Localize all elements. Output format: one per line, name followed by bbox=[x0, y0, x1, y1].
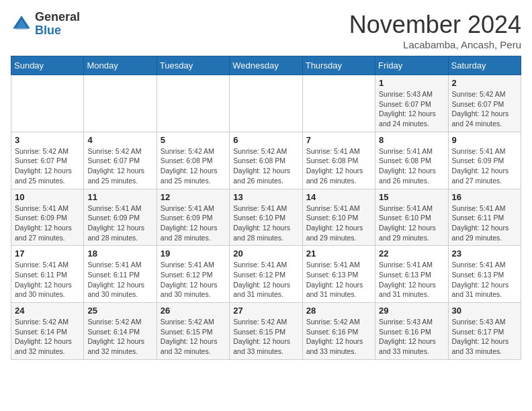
calendar-cell: 25Sunrise: 5:42 AM Sunset: 6:14 PM Dayli… bbox=[84, 303, 157, 360]
day-number: 3 bbox=[15, 135, 80, 145]
calendar-cell: 4Sunrise: 5:42 AM Sunset: 6:07 PM Daylig… bbox=[84, 132, 157, 189]
day-number: 16 bbox=[452, 192, 517, 202]
calendar-week-row: 24Sunrise: 5:42 AM Sunset: 6:14 PM Dayli… bbox=[11, 303, 521, 360]
calendar-cell bbox=[11, 75, 84, 132]
day-info: Sunrise: 5:41 AM Sunset: 6:10 PM Dayligh… bbox=[233, 203, 298, 243]
day-number: 17 bbox=[15, 248, 80, 259]
logo-text: General Blue bbox=[35, 11, 80, 38]
day-info: Sunrise: 5:43 AM Sunset: 6:16 PM Dayligh… bbox=[379, 317, 444, 357]
calendar-cell: 3Sunrise: 5:42 AM Sunset: 6:07 PM Daylig… bbox=[11, 132, 84, 189]
day-number: 26 bbox=[161, 306, 226, 316]
weekday-header: Saturday bbox=[448, 56, 521, 75]
weekday-header: Sunday bbox=[11, 56, 84, 75]
calendar-cell: 15Sunrise: 5:41 AM Sunset: 6:10 PM Dayli… bbox=[375, 189, 448, 246]
calendar-cell bbox=[230, 75, 302, 132]
calendar-cell: 30Sunrise: 5:43 AM Sunset: 6:17 PM Dayli… bbox=[448, 303, 521, 360]
day-number: 25 bbox=[87, 306, 152, 316]
calendar-cell: 24Sunrise: 5:42 AM Sunset: 6:14 PM Dayli… bbox=[11, 303, 84, 360]
page-header: General Blue November 2024 Lacabamba, An… bbox=[11, 11, 521, 50]
day-number: 12 bbox=[161, 192, 226, 202]
weekday-header: Tuesday bbox=[157, 56, 229, 75]
day-info: Sunrise: 5:41 AM Sunset: 6:12 PM Dayligh… bbox=[161, 260, 226, 300]
calendar-cell: 26Sunrise: 5:42 AM Sunset: 6:15 PM Dayli… bbox=[157, 303, 229, 360]
day-number: 18 bbox=[87, 248, 152, 259]
calendar-cell: 29Sunrise: 5:43 AM Sunset: 6:16 PM Dayli… bbox=[375, 303, 448, 360]
day-info: Sunrise: 5:41 AM Sunset: 6:10 PM Dayligh… bbox=[379, 203, 444, 243]
day-info: Sunrise: 5:41 AM Sunset: 6:11 PM Dayligh… bbox=[452, 203, 517, 243]
day-info: Sunrise: 5:42 AM Sunset: 6:14 PM Dayligh… bbox=[15, 317, 80, 357]
calendar-cell: 13Sunrise: 5:41 AM Sunset: 6:10 PM Dayli… bbox=[230, 189, 302, 246]
day-number: 30 bbox=[452, 306, 517, 316]
day-info: Sunrise: 5:41 AM Sunset: 6:11 PM Dayligh… bbox=[87, 260, 152, 300]
day-number: 28 bbox=[306, 306, 371, 316]
calendar-week-row: 1Sunrise: 5:43 AM Sunset: 6:07 PM Daylig… bbox=[11, 75, 521, 132]
day-info: Sunrise: 5:41 AM Sunset: 6:08 PM Dayligh… bbox=[306, 146, 371, 186]
calendar-cell: 10Sunrise: 5:41 AM Sunset: 6:09 PM Dayli… bbox=[11, 189, 84, 246]
day-info: Sunrise: 5:42 AM Sunset: 6:16 PM Dayligh… bbox=[306, 317, 371, 357]
day-info: Sunrise: 5:43 AM Sunset: 6:07 PM Dayligh… bbox=[379, 89, 444, 129]
day-number: 14 bbox=[306, 192, 371, 202]
day-info: Sunrise: 5:42 AM Sunset: 6:07 PM Dayligh… bbox=[15, 146, 80, 186]
day-info: Sunrise: 5:42 AM Sunset: 6:08 PM Dayligh… bbox=[161, 146, 226, 186]
calendar-cell: 28Sunrise: 5:42 AM Sunset: 6:16 PM Dayli… bbox=[302, 303, 375, 360]
calendar-cell bbox=[302, 75, 375, 132]
day-info: Sunrise: 5:42 AM Sunset: 6:07 PM Dayligh… bbox=[87, 146, 152, 186]
day-number: 29 bbox=[379, 306, 444, 316]
weekday-header: Monday bbox=[84, 56, 157, 75]
logo-general: General bbox=[35, 10, 80, 24]
day-info: Sunrise: 5:41 AM Sunset: 6:11 PM Dayligh… bbox=[15, 260, 80, 300]
calendar-cell: 8Sunrise: 5:41 AM Sunset: 6:08 PM Daylig… bbox=[375, 132, 448, 189]
calendar-cell: 2Sunrise: 5:42 AM Sunset: 6:07 PM Daylig… bbox=[448, 75, 521, 132]
calendar-cell: 16Sunrise: 5:41 AM Sunset: 6:11 PM Dayli… bbox=[448, 189, 521, 246]
day-number: 10 bbox=[15, 192, 80, 202]
calendar-cell bbox=[157, 75, 229, 132]
calendar-cell: 22Sunrise: 5:41 AM Sunset: 6:13 PM Dayli… bbox=[375, 246, 448, 303]
day-info: Sunrise: 5:41 AM Sunset: 6:09 PM Dayligh… bbox=[87, 203, 152, 243]
day-number: 4 bbox=[87, 135, 152, 145]
logo-icon bbox=[11, 13, 32, 35]
day-number: 1 bbox=[379, 78, 444, 88]
day-number: 22 bbox=[379, 248, 444, 259]
calendar-cell: 14Sunrise: 5:41 AM Sunset: 6:10 PM Dayli… bbox=[302, 189, 375, 246]
day-info: Sunrise: 5:42 AM Sunset: 6:15 PM Dayligh… bbox=[161, 317, 226, 357]
calendar-cell: 20Sunrise: 5:41 AM Sunset: 6:12 PM Dayli… bbox=[230, 246, 302, 303]
calendar-cell: 6Sunrise: 5:42 AM Sunset: 6:08 PM Daylig… bbox=[230, 132, 302, 189]
calendar-cell: 17Sunrise: 5:41 AM Sunset: 6:11 PM Dayli… bbox=[11, 246, 84, 303]
day-number: 2 bbox=[452, 78, 517, 88]
day-info: Sunrise: 5:41 AM Sunset: 6:08 PM Dayligh… bbox=[379, 146, 444, 186]
weekday-header-row: SundayMondayTuesdayWednesdayThursdayFrid… bbox=[11, 56, 521, 75]
calendar-cell bbox=[84, 75, 157, 132]
day-info: Sunrise: 5:42 AM Sunset: 6:08 PM Dayligh… bbox=[233, 146, 298, 186]
calendar-cell: 21Sunrise: 5:41 AM Sunset: 6:13 PM Dayli… bbox=[302, 246, 375, 303]
day-number: 13 bbox=[233, 192, 298, 202]
day-number: 6 bbox=[233, 135, 298, 145]
calendar-table: SundayMondayTuesdayWednesdayThursdayFrid… bbox=[11, 56, 521, 360]
day-number: 11 bbox=[87, 192, 152, 202]
calendar-cell: 7Sunrise: 5:41 AM Sunset: 6:08 PM Daylig… bbox=[302, 132, 375, 189]
day-number: 19 bbox=[161, 248, 226, 259]
day-number: 20 bbox=[233, 248, 298, 259]
calendar-cell: 27Sunrise: 5:42 AM Sunset: 6:15 PM Dayli… bbox=[230, 303, 302, 360]
calendar-cell: 18Sunrise: 5:41 AM Sunset: 6:11 PM Dayli… bbox=[84, 246, 157, 303]
location-subtitle: Lacabamba, Ancash, Peru bbox=[349, 39, 521, 50]
day-number: 7 bbox=[306, 135, 371, 145]
calendar-week-row: 3Sunrise: 5:42 AM Sunset: 6:07 PM Daylig… bbox=[11, 132, 521, 189]
day-info: Sunrise: 5:41 AM Sunset: 6:13 PM Dayligh… bbox=[379, 260, 444, 300]
calendar-week-row: 17Sunrise: 5:41 AM Sunset: 6:11 PM Dayli… bbox=[11, 246, 521, 303]
day-number: 5 bbox=[161, 135, 226, 145]
calendar-cell: 19Sunrise: 5:41 AM Sunset: 6:12 PM Dayli… bbox=[157, 246, 229, 303]
weekday-header: Friday bbox=[375, 56, 448, 75]
calendar-cell: 1Sunrise: 5:43 AM Sunset: 6:07 PM Daylig… bbox=[375, 75, 448, 132]
day-info: Sunrise: 5:41 AM Sunset: 6:09 PM Dayligh… bbox=[15, 203, 80, 243]
calendar-cell: 11Sunrise: 5:41 AM Sunset: 6:09 PM Dayli… bbox=[84, 189, 157, 246]
day-info: Sunrise: 5:41 AM Sunset: 6:09 PM Dayligh… bbox=[161, 203, 226, 243]
day-info: Sunrise: 5:41 AM Sunset: 6:13 PM Dayligh… bbox=[306, 260, 371, 300]
calendar-week-row: 10Sunrise: 5:41 AM Sunset: 6:09 PM Dayli… bbox=[11, 189, 521, 246]
logo-blue: Blue bbox=[35, 24, 61, 37]
calendar-cell: 5Sunrise: 5:42 AM Sunset: 6:08 PM Daylig… bbox=[157, 132, 229, 189]
day-info: Sunrise: 5:41 AM Sunset: 6:13 PM Dayligh… bbox=[452, 260, 517, 300]
day-info: Sunrise: 5:42 AM Sunset: 6:15 PM Dayligh… bbox=[233, 317, 298, 357]
day-number: 15 bbox=[379, 192, 444, 202]
day-number: 9 bbox=[452, 135, 517, 145]
day-info: Sunrise: 5:42 AM Sunset: 6:07 PM Dayligh… bbox=[452, 89, 517, 129]
